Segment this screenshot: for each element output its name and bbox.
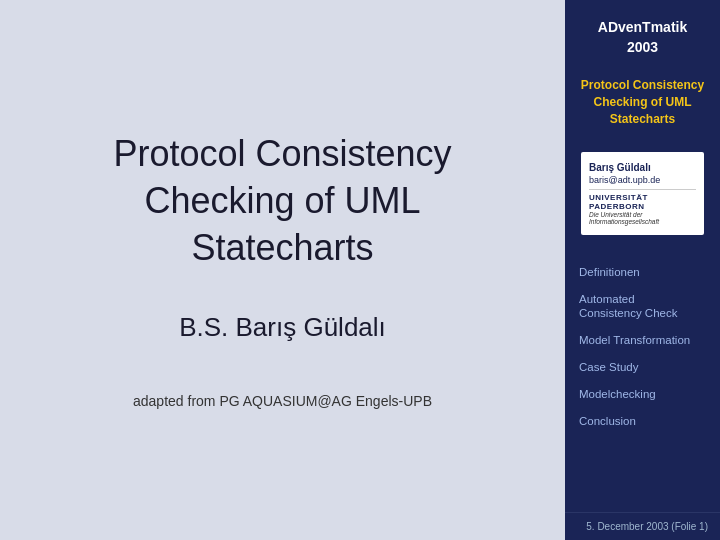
sidebar-nav: Definitionen AutomatedConsistency Check … [565, 249, 720, 512]
slide-main-area: Protocol ConsistencyChecking of UML Stat… [0, 0, 565, 540]
nav-item-conclusion[interactable]: Conclusion [565, 408, 720, 435]
nav-item-definitionen[interactable]: Definitionen [565, 259, 720, 286]
nav-item-automated[interactable]: AutomatedConsistency Check [565, 286, 720, 328]
uni-name: UNIVERSITÄT PADERBORN [589, 193, 696, 211]
uni-subtext: Die Universität der Informationsgesellsc… [589, 211, 696, 225]
sidebar-author-email: baris@adt.upb.de [589, 175, 696, 185]
sidebar-header: ADvenTmatik2003 [565, 0, 720, 67]
slide-title: Protocol ConsistencyChecking of UML Stat… [50, 131, 515, 271]
slide-author: B.S. Barış Güldalı [179, 312, 386, 343]
sidebar-author-section: Barış Güldalı baris@adt.upb.de UNIVERSIT… [565, 138, 720, 249]
sidebar-title: ADvenTmatik2003 [577, 18, 708, 57]
sidebar-active-topic: Protocol ConsistencyChecking of UMLState… [565, 67, 720, 137]
sidebar: ADvenTmatik2003 Protocol ConsistencyChec… [565, 0, 720, 540]
nav-item-modelchecking[interactable]: Modelchecking [565, 381, 720, 408]
nav-item-case-study[interactable]: Case Study [565, 354, 720, 381]
slide-adapted-from: adapted from PG AQUASIUM@AG Engels-UPB [133, 393, 432, 409]
nav-item-model-transformation[interactable]: Model Transformation [565, 327, 720, 354]
sidebar-footer: 5. December 2003 (Folie 1) [565, 512, 720, 540]
sidebar-active-topic-text: Protocol ConsistencyChecking of UMLState… [577, 77, 708, 127]
sidebar-footer-text: 5. December 2003 (Folie 1) [577, 521, 708, 532]
sidebar-author-name: Barış Güldalı [589, 162, 696, 173]
